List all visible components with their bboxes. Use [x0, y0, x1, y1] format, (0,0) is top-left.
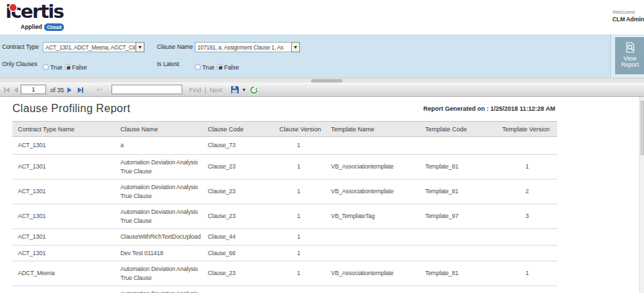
table-cell [420, 286, 497, 293]
contract-type-dropdown-button[interactable]: ▼ [136, 42, 144, 52]
refresh-icon [249, 85, 259, 95]
table-cell: Dev Test 011418 [115, 245, 202, 261]
table-cell [323, 137, 420, 155]
logo-subtitle: AppliedCloud [21, 23, 64, 31]
table-cell: Clause_73 [202, 137, 274, 155]
table-cell: ClauseWithRichTextDocUpload [115, 229, 202, 246]
is-latest-false-radio[interactable] [217, 64, 223, 70]
prev-page-button[interactable] [14, 83, 18, 97]
refresh-button[interactable] [249, 83, 259, 97]
column-header: Clause Name [115, 122, 202, 137]
table-cell: Template_97 [420, 204, 497, 229]
table-cell: Template_81 [420, 180, 497, 204]
find-next-button[interactable]: Next [210, 87, 223, 94]
table-cell [323, 286, 420, 293]
report-table-header: Contract Type NameClause NameClause Code… [12, 122, 557, 137]
table-cell: ADCT_Meena [12, 286, 115, 293]
back-to-parent-button[interactable]: ↩ [96, 83, 103, 97]
column-header: Template Version [497, 122, 557, 137]
welcome-block: Welcome CLM Admin [612, 9, 644, 23]
clause-name-input[interactable]: 107181, a, Assignment Clause 1, As [195, 42, 292, 52]
table-cell: 1 [274, 204, 323, 229]
report-title: Clause Profiling Report [12, 102, 130, 115]
table-cell: VB_Associationtemplate [323, 155, 420, 180]
view-report-zone: ViewReport [610, 34, 644, 78]
table-row: ADCT_MeenaAutomation Deviation Analysis … [12, 261, 557, 286]
table-cell: Clause_23 [202, 261, 274, 286]
vertical-scrollbar[interactable] [639, 97, 644, 293]
table-cell: 1 [274, 286, 323, 293]
table-cell [497, 137, 557, 155]
is-latest-true-radio[interactable] [195, 64, 201, 70]
only-clauses-true-radio[interactable] [43, 64, 49, 70]
report-table: Contract Type NameClause NameClause Code… [12, 121, 557, 293]
logo-cloud-badge: Cloud [44, 23, 64, 31]
export-save-icon [230, 85, 239, 94]
contract-type-label: Contract Type [2, 43, 39, 50]
table-row: ACT_1301Dev Test 011418Clause_661 [12, 245, 557, 261]
report-generated-on: Report Generated on : 1/25/2018 11:12:28… [423, 105, 555, 112]
column-header: Clause Version [274, 122, 323, 137]
table-cell: Automation Deviation Analysis True Claus… [115, 155, 202, 180]
table-cell: ACT_1301 [12, 245, 115, 261]
table-row: ACT_1301Automation Deviation Analysis Tr… [12, 155, 557, 180]
table-cell: Automation Deviation Analysis True Claus… [115, 204, 202, 229]
table-cell: ADCT_Meena [12, 261, 115, 286]
table-cell: 1 [497, 155, 557, 180]
find-text-input[interactable] [111, 85, 182, 94]
is-latest-false-label: False [224, 64, 239, 71]
table-cell [497, 286, 557, 293]
find-next-controls: Find | Next [189, 83, 222, 97]
table-row: ACT_1301Automation Deviation Analysis Tr… [12, 180, 557, 204]
horizontal-scrollbar[interactable] [0, 78, 644, 83]
next-page-button[interactable] [67, 83, 72, 97]
table-row: ACT_1301Automation Deviation Analysis Tr… [12, 204, 557, 229]
export-button[interactable] [230, 83, 239, 97]
caret-down-icon: ▼ [242, 87, 246, 92]
column-header: Clause Code [202, 122, 274, 137]
table-cell: VB_Associationtemplate [323, 261, 420, 286]
view-report-button[interactable]: ViewReport [615, 37, 644, 74]
table-cell: Clause_66 [202, 245, 274, 261]
welcome-label: Welcome [612, 9, 635, 15]
table-cell: 2 [497, 180, 557, 204]
export-menu-caret[interactable]: ▼ [242, 83, 246, 97]
table-cell [420, 229, 497, 246]
table-cell: 3 [497, 204, 557, 229]
page-count-label: of 35 [50, 83, 64, 97]
table-cell: 1 [497, 261, 557, 286]
clause-name-label: Clause Name [157, 43, 193, 50]
logo-text: icertis [6, 1, 81, 22]
table-cell: Clause_44 [202, 229, 274, 246]
table-cell: Template_81 [420, 261, 497, 286]
table-cell: Clause_23 [202, 286, 274, 293]
table-cell: Automation Deviation Analysis True Claus… [115, 180, 202, 204]
is-latest-true-label: True [202, 64, 215, 71]
contract-type-input[interactable]: ACT_1301, ADCT_Meena, AGCT_Cit [43, 42, 136, 52]
find-button[interactable]: Find [189, 87, 202, 94]
only-clauses-true-label: True [50, 64, 63, 71]
page-number-input[interactable]: 1 [21, 85, 46, 94]
table-cell: Clause_23 [202, 180, 274, 204]
table-cell: ACT_1301 [12, 180, 115, 204]
first-page-button[interactable] [4, 83, 10, 97]
table-cell: 1 [274, 261, 323, 286]
table-cell: 1 [274, 155, 323, 180]
table-row: ACT_1301ClauseWithRichTextDocUploadClaus… [12, 229, 557, 246]
table-cell: ACT_1301 [12, 204, 115, 229]
table-cell: Automation Deviation Analysis True Claus… [115, 261, 202, 286]
chevron-down-icon: ▼ [293, 45, 298, 50]
clause-name-dropdown-button[interactable]: ▼ [291, 42, 300, 52]
only-clauses-false-label: False [72, 64, 87, 71]
chevron-down-icon: ▼ [138, 45, 142, 50]
table-cell: VB_Associationtemplate [323, 180, 420, 204]
table-cell: 1 [274, 137, 323, 155]
table-cell: Clause_23 [202, 155, 274, 180]
only-clauses-false-radio[interactable] [65, 64, 71, 70]
table-cell: Template_81 [420, 155, 497, 180]
prev-page-icon [14, 87, 18, 93]
table-cell: a [115, 137, 202, 155]
table-row: ACT_1301aClause_731 [12, 137, 557, 155]
vertical-scrollbar-thumb[interactable] [641, 100, 644, 155]
last-page-button[interactable] [78, 83, 83, 97]
